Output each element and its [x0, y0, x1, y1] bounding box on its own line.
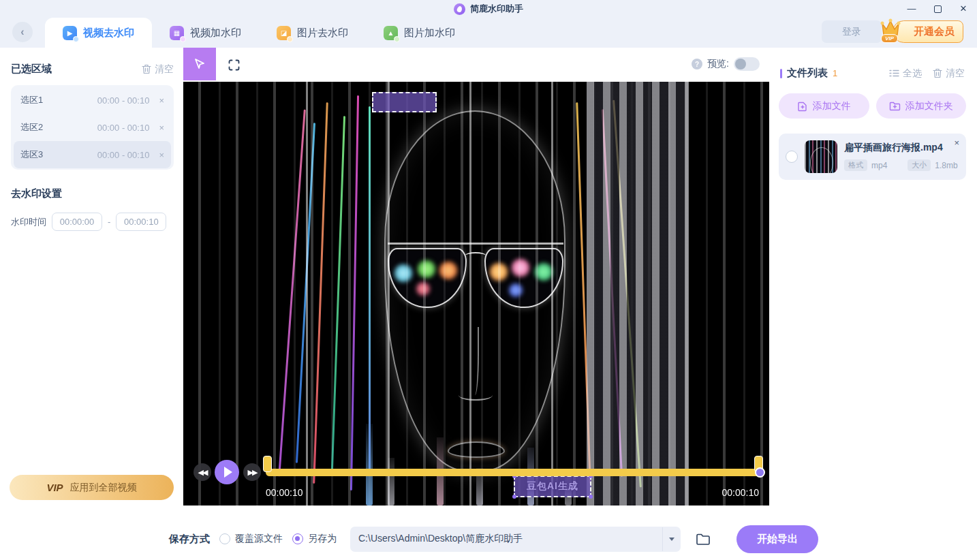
clear-regions-label: 清空 [155, 63, 174, 76]
region-close-icon[interactable]: × [159, 150, 164, 160]
watermark-selection-2[interactable]: 豆包AI生成 [514, 476, 591, 497]
hanging-bar [388, 458, 394, 505]
close-button[interactable]: ✕ [958, 3, 969, 14]
path-dropdown-button[interactable] [662, 527, 680, 551]
preview-area: ? 预览: [183, 48, 769, 518]
start-export-button[interactable]: 开始导出 [736, 525, 818, 553]
overwrite-radio[interactable] [219, 533, 230, 544]
current-time: 00:00:10 [266, 487, 303, 498]
tab-image-add-watermark[interactable]: ▲ 图片加水印 [366, 18, 473, 48]
trash-icon [933, 68, 942, 78]
time-end-input[interactable] [116, 213, 166, 231]
save-path-input[interactable] [350, 527, 681, 552]
watermark-selection-1[interactable] [372, 92, 437, 112]
tab-label: 图片去水印 [297, 27, 348, 40]
add-buttons-row: 添加文件 添加文件夹 [777, 93, 967, 119]
app-window: 简鹿水印助手 — ✕ ‹ ▶ 视频去水印 ▦ 视频加水印 ◪ 图片去水印 ▲ [0, 0, 977, 560]
toggle-knob [735, 59, 746, 69]
watermark-time-label: 水印时间 [11, 216, 46, 228]
video-stage[interactable]: 豆包AI生成 ◀◀ ▶▶ 00:00:10 00:00:10 [183, 82, 769, 505]
vip-label: 开通会员 [914, 25, 955, 38]
window-title-group: 简鹿水印助手 [0, 0, 977, 18]
vip-subscribe-button[interactable]: VIP 开通会员 [893, 20, 963, 43]
region-name: 选区1 [20, 94, 68, 106]
accent-bar [780, 69, 782, 78]
clear-files-button[interactable]: 清空 [933, 67, 965, 80]
tab-image-remove-watermark[interactable]: ◪ 图片去水印 [259, 18, 366, 48]
image-remove-watermark-icon: ◪ [277, 26, 291, 40]
region-row-1[interactable]: 选区1 00:00 - 00:10 × [14, 87, 171, 114]
save-mode-label: 保存方式 [169, 533, 210, 546]
glitch-bars-overlay [587, 82, 689, 505]
file-checkbox[interactable] [786, 151, 798, 163]
region-row-3[interactable]: 选区3 00:00 - 00:10 × [14, 141, 171, 168]
file-list-title: 文件列表 [787, 67, 828, 80]
preview-toggle[interactable] [734, 57, 760, 71]
main-content: 已选区域 清空 选区1 00:00 - 00:10 × 选区2 00:00 - … [0, 48, 977, 518]
tab-label: 视频加水印 [190, 27, 241, 40]
select-all-label: 全选 [903, 67, 922, 80]
region-name: 选区3 [20, 149, 68, 161]
help-icon[interactable]: ? [692, 59, 702, 69]
add-folder-button[interactable]: 添加文件夹 [876, 93, 967, 119]
remove-file-icon[interactable]: × [954, 138, 959, 148]
region-time: 00:00 - 00:10 [68, 95, 149, 106]
size-tag: 大小 [908, 159, 931, 171]
minimize-button[interactable]: — [906, 3, 917, 14]
select-all-button[interactable]: 全选 [889, 67, 922, 80]
forward-button[interactable]: ▶▶ [243, 463, 261, 481]
region-row-2[interactable]: 选区2 00:00 - 00:10 × [14, 114, 171, 141]
preview-label: 预览: [707, 58, 729, 70]
trash-icon [142, 64, 151, 74]
region-list: 选区1 00:00 - 00:10 × 选区2 00:00 - 00:10 × … [11, 85, 174, 170]
back-button[interactable]: ‹ [12, 22, 33, 42]
selection-handle[interactable] [512, 495, 516, 499]
browse-folder-button[interactable] [694, 531, 712, 547]
overwrite-label: 覆盖源文件 [235, 533, 283, 545]
preview-toolbar: ? 预览: [183, 48, 769, 82]
tab-bar: ‹ ▶ 视频去水印 ▦ 视频加水印 ◪ 图片去水印 ▲ 图片加水印 登录 [0, 18, 977, 48]
vip-badge: VIP [46, 482, 63, 493]
window-title: 简鹿水印助手 [470, 3, 523, 15]
fullscreen-button[interactable] [227, 58, 241, 72]
file-list-panel: 文件列表 1 全选 清空 添加文件 添加文件 [769, 48, 977, 518]
selection-handle[interactable] [589, 495, 593, 499]
vip-apply-all-button[interactable]: VIP 应用到全部视频 [10, 475, 174, 500]
select-tool-button[interactable] [183, 48, 216, 80]
regions-title: 已选区域 [11, 63, 52, 76]
add-folder-label: 添加文件夹 [905, 100, 953, 112]
playhead[interactable] [755, 467, 765, 478]
file-list-item[interactable]: 扁平插画旅行海报.mp4 格式 mp4 大小 1.8mb × [779, 134, 966, 180]
save-as-label: 另存为 [308, 533, 337, 545]
save-as-option[interactable]: 另存为 [292, 533, 337, 545]
save-as-radio[interactable] [292, 533, 303, 544]
file-meta: 格式 mp4 大小 1.8mb [844, 159, 958, 171]
watermark-time-row: 水印时间 - [11, 213, 174, 231]
region-close-icon[interactable]: × [159, 95, 164, 106]
maximize-button[interactable] [932, 3, 943, 14]
play-button[interactable] [215, 460, 239, 484]
region-close-icon[interactable]: × [159, 123, 164, 133]
tab-video-add-watermark[interactable]: ▦ 视频加水印 [152, 18, 259, 48]
image-add-watermark-icon: ▲ [384, 26, 398, 40]
regions-header: 已选区域 清空 [11, 63, 174, 76]
rewind-button[interactable]: ◀◀ [193, 463, 211, 481]
login-button[interactable]: 登录 [822, 20, 882, 43]
crown-icon: VIP [875, 14, 905, 44]
file-name: 扁平插画旅行海报.mp4 [844, 142, 958, 154]
trim-handle-start[interactable] [263, 456, 272, 472]
bottom-bar: 保存方式 覆盖源文件 另存为 开始导出 [0, 518, 977, 560]
tab-video-remove-watermark[interactable]: ▶ 视频去水印 [45, 18, 152, 48]
clear-files-label: 清空 [946, 67, 965, 80]
overwrite-source-option[interactable]: 覆盖源文件 [219, 533, 283, 545]
time-start-input[interactable] [52, 213, 102, 231]
add-file-button[interactable]: 添加文件 [779, 93, 869, 119]
tabs: ▶ 视频去水印 ▦ 视频加水印 ◪ 图片去水印 ▲ 图片加水印 [45, 18, 473, 48]
clear-regions-button[interactable]: 清空 [142, 63, 174, 76]
vip-badge: VIP [881, 34, 898, 43]
vip-apply-label: 应用到全部视频 [70, 482, 137, 494]
app-logo-icon [454, 3, 465, 15]
timeline-track[interactable] [266, 469, 761, 476]
file-info: 扁平插画旅行海报.mp4 格式 mp4 大小 1.8mb [844, 140, 958, 173]
watermark-settings-title: 去水印设置 [11, 187, 174, 200]
